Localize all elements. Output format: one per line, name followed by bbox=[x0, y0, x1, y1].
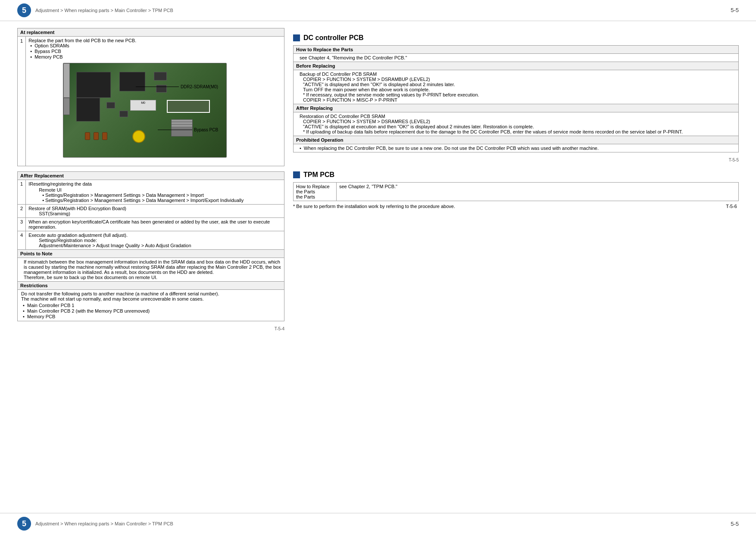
after-replacement-table: Affter Replacement 1 IResetting/register… bbox=[17, 171, 284, 321]
tpm-the-parts: the Parts bbox=[296, 194, 334, 199]
dc-prohibited-text: When replacing the DC Controller PCB, be… bbox=[304, 146, 599, 151]
footer: 5 Adjustment > When replacing parts > Ma… bbox=[0, 513, 756, 534]
dc-title-text: DC controller PCB bbox=[303, 34, 364, 42]
connector-1 bbox=[63, 63, 70, 98]
dc-before-item4: * If necessary, output the servise mode … bbox=[296, 92, 736, 97]
step1-num: 1 bbox=[18, 37, 26, 166]
breadcrumb: Adjustment > When replacing parts > Main… bbox=[35, 8, 173, 13]
page-number-bottom: 5-5 bbox=[731, 521, 739, 527]
bypass-annotation: Bypass PCB bbox=[158, 127, 218, 132]
dc-after-header: Affter Replacing bbox=[294, 104, 739, 112]
ddr2-line bbox=[136, 87, 179, 87]
restriction-item: Memory PCB bbox=[21, 314, 281, 319]
step1-bullets: Option SDRAMs Bypass PCB Memory PCB bbox=[28, 43, 281, 59]
tpm-note: * Be sure to perform the installation wo… bbox=[293, 204, 739, 209]
after-step1-text: IResetting/registering the data bbox=[28, 181, 281, 186]
header: 5 Adjustment > When replacing parts > Ma… bbox=[0, 0, 756, 21]
step1-text: Replace the part from the old PCB to the… bbox=[28, 38, 281, 43]
bypass-line bbox=[158, 130, 192, 130]
points-note-header: Points to Note bbox=[18, 250, 284, 258]
after-step4-content: Execute auto gradation adjustment (full … bbox=[26, 231, 284, 250]
chip-5 bbox=[76, 98, 100, 121]
dc-prohibited-content: • When replacing the DC Controller PCB, … bbox=[294, 144, 739, 152]
fin-2 bbox=[172, 122, 192, 124]
dc-how-header: How to Replace the Parts bbox=[294, 46, 739, 54]
dc-title-square bbox=[293, 34, 300, 41]
battery bbox=[132, 130, 145, 143]
left-column: At replacement 1 Replace the part from t… bbox=[17, 28, 284, 334]
after-step2-content: Restore of SRAM(with HDD Encryption Boar… bbox=[26, 205, 284, 218]
dc-after-item3: * If uploading of backup data fails befo… bbox=[296, 129, 736, 134]
after-step1-num: 1 bbox=[18, 180, 26, 205]
bypass-label: Bypass PCB bbox=[194, 127, 218, 132]
ddr2-annotation: DDR2-SDRAM(M0) bbox=[136, 84, 218, 89]
after-sub1-1: • Settings/Registration > Management Set… bbox=[28, 192, 281, 198]
dc-before-item5: COPIER > FUNCTION > MISC-P > P-PRINT bbox=[296, 97, 736, 102]
chip-3 bbox=[154, 72, 167, 81]
after-step1-content: IResetting/registering the data Remote U… bbox=[26, 180, 284, 205]
dc-after-content: Restoration of DC Controller PCB SRAM CO… bbox=[294, 112, 739, 136]
after-step3-num: 3 bbox=[18, 218, 26, 231]
bullet: • bbox=[42, 192, 45, 198]
after-sub2-1: SST(Sramimg) bbox=[28, 211, 281, 216]
content-area: At replacement 1 Replace the part from t… bbox=[0, 21, 756, 341]
tpm-how-text: see Chapter 2, "TPM PCB." bbox=[337, 183, 739, 201]
tpm-how-label: How to Replace the Parts the Parts bbox=[294, 183, 337, 201]
bullet-item: Memory PCB bbox=[28, 54, 281, 59]
restriction-item: Main Controller PCB 1 bbox=[21, 303, 281, 308]
bullet: • bbox=[42, 198, 45, 203]
cap-2 bbox=[94, 132, 99, 140]
sticker-text: M0 bbox=[131, 100, 156, 105]
connector-2 bbox=[63, 98, 70, 115]
points-note-content: If mismatch between the box management i… bbox=[18, 258, 284, 282]
right-column: DC controller PCB How to Replace the Par… bbox=[293, 28, 739, 334]
fin-3 bbox=[172, 125, 192, 127]
restrictions-header: Restrictions bbox=[18, 282, 284, 290]
at-replacement-header: At replacement bbox=[18, 28, 284, 37]
cap-3 bbox=[102, 132, 107, 140]
dc-before-item1: COPIER > FUNCTION > SYSTEM > DSRAMBUP (L… bbox=[296, 77, 736, 82]
restrictions-text1: Do not transfer the following parts to a… bbox=[21, 291, 281, 296]
fin-1 bbox=[172, 120, 192, 121]
page-number-top: 5-5 bbox=[731, 7, 739, 13]
ddr2-label: DDR2-SDRAM(M0) bbox=[181, 84, 218, 89]
dc-section-title: DC controller PCB bbox=[293, 34, 739, 42]
pcb-image: M0 bbox=[63, 63, 227, 158]
after-step2-num: 2 bbox=[18, 205, 26, 218]
dc-table: How to Replace the Parts see Chapter 4, … bbox=[293, 45, 739, 152]
after-sub4-1: Settings/Registration mode: bbox=[28, 238, 281, 243]
remote-ui-label: Remote UI bbox=[28, 187, 281, 192]
pcb-image-container: M0 bbox=[37, 63, 218, 162]
chapter-number: 5 bbox=[17, 3, 31, 17]
footer-chapter-number: 5 bbox=[17, 517, 31, 531]
after-sub1-2: • Settings/Registration > Management Set… bbox=[28, 198, 281, 203]
dc-before-content: Backup of DC Controller PCB SRAM COPIER … bbox=[294, 70, 739, 104]
tpm-section-title: TPM PCB bbox=[293, 171, 739, 179]
dc-before-item0: Backup of DC Controller PCB SRAM bbox=[296, 71, 736, 77]
pcb-board: M0 bbox=[63, 63, 226, 157]
t-ref-tpm: T-5-6 bbox=[726, 204, 737, 209]
chip-main bbox=[76, 72, 111, 98]
tpm-table: How to Replace the Parts the Parts see C… bbox=[293, 182, 739, 201]
after-step3-content: When an encryption key/certificate/CA ce… bbox=[26, 218, 284, 231]
after-sub4-2: Adjustment/Maintenance > Adjust Image Qu… bbox=[28, 243, 281, 248]
footer-breadcrumb: Adjustment > When replacing parts > Main… bbox=[35, 521, 173, 526]
dc-how-text: see Chapter 4, "Removing the DC Controll… bbox=[296, 55, 736, 60]
dc-after-item2: "ACTIVE" is displayed at execution and t… bbox=[296, 124, 736, 129]
dc-before-item3: Turn OFF the main power when the above w… bbox=[296, 87, 736, 92]
restrictions-content: Do not transfer the following parts to a… bbox=[18, 290, 284, 321]
dc-after-item0: Restoration of DC Controller PCB SRAM bbox=[296, 114, 736, 119]
after-replacement-header: Affter Replacement bbox=[18, 172, 284, 180]
t-ref-dc: T-5-5 bbox=[293, 158, 739, 162]
chip-6 bbox=[106, 102, 115, 109]
dc-after-item1: COPIER > FUNCTION > SYSTEM > DSRAMRES (L… bbox=[296, 119, 736, 124]
tpm-title-text: TPM PCB bbox=[303, 171, 334, 179]
points-note-text: If mismatch between the box management i… bbox=[20, 259, 281, 280]
restrictions-text2: The machine will not start up normally, … bbox=[21, 296, 281, 301]
dc-prohibited-header: Prohibited Operation bbox=[294, 136, 739, 144]
dc-before-header: Before Replacing bbox=[294, 62, 739, 70]
cap-1 bbox=[85, 132, 90, 140]
dc-how-content: see Chapter 4, "Removing the DC Controll… bbox=[294, 54, 739, 62]
restrictions-list: Main Controller PCB 1 Main Controller PC… bbox=[21, 303, 281, 319]
dc-before-item2: "ACTIVE" is displayed and then "OK!" is … bbox=[296, 82, 736, 87]
